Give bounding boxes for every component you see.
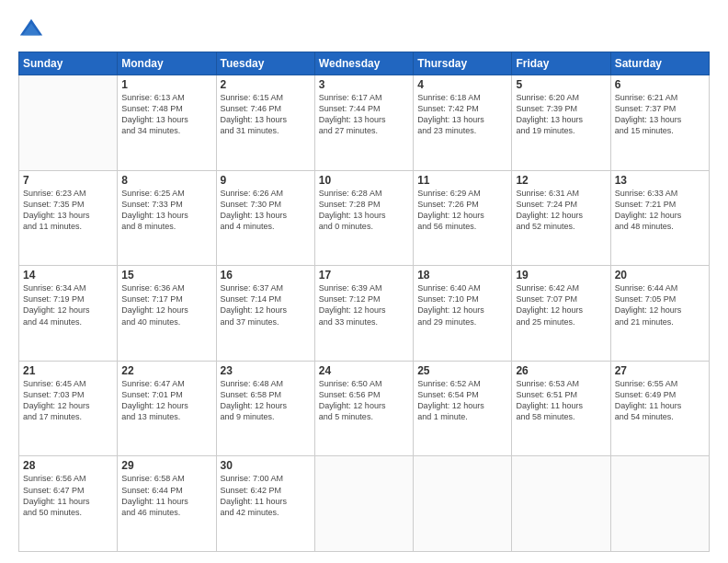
day-info: Sunrise: 6:23 AM Sunset: 7:35 PM Dayligh…	[23, 188, 113, 233]
calendar-cell: 25Sunrise: 6:52 AM Sunset: 6:54 PM Dayli…	[414, 361, 512, 456]
day-number: 30	[221, 459, 311, 472]
day-number: 15	[121, 269, 211, 282]
calendar-cell: 23Sunrise: 6:48 AM Sunset: 6:58 PM Dayli…	[216, 361, 314, 456]
day-info: Sunrise: 6:50 AM Sunset: 6:56 PM Dayligh…	[319, 378, 409, 423]
weekday-header-row: SundayMondayTuesdayWednesdayThursdayFrid…	[19, 52, 710, 75]
calendar-cell: 16Sunrise: 6:37 AM Sunset: 7:14 PM Dayli…	[216, 266, 314, 362]
calendar-cell: 20Sunrise: 6:44 AM Sunset: 7:05 PM Dayli…	[610, 266, 709, 362]
day-info: Sunrise: 6:20 AM Sunset: 7:39 PM Dayligh…	[516, 92, 606, 137]
weekday-header-monday: Monday	[118, 52, 216, 75]
day-number: 1	[121, 78, 211, 91]
day-info: Sunrise: 7:00 AM Sunset: 6:42 PM Dayligh…	[221, 473, 311, 518]
day-number: 16	[221, 269, 311, 282]
day-number: 19	[516, 269, 606, 282]
calendar-cell: 22Sunrise: 6:47 AM Sunset: 7:01 PM Dayli…	[118, 361, 216, 456]
header	[18, 17, 710, 42]
calendar-cell: 7Sunrise: 6:23 AM Sunset: 7:35 PM Daylig…	[19, 170, 118, 266]
day-info: Sunrise: 6:17 AM Sunset: 7:44 PM Dayligh…	[319, 92, 409, 137]
day-number: 29	[121, 459, 211, 472]
calendar-cell: 2Sunrise: 6:15 AM Sunset: 7:46 PM Daylig…	[216, 75, 314, 171]
day-number: 22	[121, 364, 211, 377]
calendar-cell: 26Sunrise: 6:53 AM Sunset: 6:51 PM Dayli…	[512, 361, 610, 456]
day-number: 7	[23, 174, 113, 187]
day-info: Sunrise: 6:15 AM Sunset: 7:46 PM Dayligh…	[221, 92, 311, 137]
calendar-cell: 29Sunrise: 6:58 AM Sunset: 6:44 PM Dayli…	[118, 456, 216, 552]
calendar-cell: 19Sunrise: 6:42 AM Sunset: 7:07 PM Dayli…	[512, 266, 610, 362]
day-number: 5	[516, 78, 606, 91]
day-number: 4	[417, 78, 507, 91]
calendar-cell: 13Sunrise: 6:33 AM Sunset: 7:21 PM Dayli…	[610, 170, 709, 266]
day-number: 6	[615, 78, 705, 91]
day-number: 27	[615, 364, 705, 377]
day-info: Sunrise: 6:40 AM Sunset: 7:10 PM Dayligh…	[417, 282, 507, 327]
day-number: 11	[417, 174, 507, 187]
calendar-cell: 15Sunrise: 6:36 AM Sunset: 7:17 PM Dayli…	[118, 266, 216, 362]
logo	[18, 17, 48, 42]
day-number: 3	[319, 78, 409, 91]
calendar-cell	[314, 456, 413, 552]
day-number: 23	[221, 364, 311, 377]
calendar-week-row: 7Sunrise: 6:23 AM Sunset: 7:35 PM Daylig…	[19, 170, 710, 266]
weekday-header-thursday: Thursday	[414, 52, 512, 75]
calendar-cell: 3Sunrise: 6:17 AM Sunset: 7:44 PM Daylig…	[314, 75, 413, 171]
day-info: Sunrise: 6:28 AM Sunset: 7:28 PM Dayligh…	[319, 188, 409, 233]
day-info: Sunrise: 6:56 AM Sunset: 6:47 PM Dayligh…	[23, 473, 113, 518]
day-info: Sunrise: 6:53 AM Sunset: 6:51 PM Dayligh…	[516, 378, 606, 423]
calendar-cell: 11Sunrise: 6:29 AM Sunset: 7:26 PM Dayli…	[414, 170, 512, 266]
calendar-cell: 9Sunrise: 6:26 AM Sunset: 7:30 PM Daylig…	[216, 170, 314, 266]
day-number: 12	[516, 174, 606, 187]
calendar-cell: 24Sunrise: 6:50 AM Sunset: 6:56 PM Dayli…	[314, 361, 413, 456]
day-number: 10	[319, 174, 409, 187]
calendar-cell	[19, 75, 118, 171]
day-number: 21	[23, 364, 113, 377]
calendar-cell: 27Sunrise: 6:55 AM Sunset: 6:49 PM Dayli…	[610, 361, 709, 456]
calendar-table: SundayMondayTuesdayWednesdayThursdayFrid…	[18, 52, 710, 552]
day-info: Sunrise: 6:21 AM Sunset: 7:37 PM Dayligh…	[615, 92, 705, 137]
calendar-cell: 5Sunrise: 6:20 AM Sunset: 7:39 PM Daylig…	[512, 75, 610, 171]
day-number: 20	[615, 269, 705, 282]
calendar-week-row: 28Sunrise: 6:56 AM Sunset: 6:47 PM Dayli…	[19, 456, 710, 552]
day-number: 25	[417, 364, 507, 377]
day-info: Sunrise: 6:44 AM Sunset: 7:05 PM Dayligh…	[615, 282, 705, 327]
day-number: 9	[221, 174, 311, 187]
page: SundayMondayTuesdayWednesdayThursdayFrid…	[0, 0, 728, 563]
logo-icon	[18, 17, 44, 42]
calendar-week-row: 1Sunrise: 6:13 AM Sunset: 7:48 PM Daylig…	[19, 75, 710, 171]
calendar-cell	[610, 456, 709, 552]
calendar-cell: 1Sunrise: 6:13 AM Sunset: 7:48 PM Daylig…	[118, 75, 216, 171]
weekday-header-saturday: Saturday	[610, 52, 709, 75]
day-number: 24	[319, 364, 409, 377]
day-info: Sunrise: 6:52 AM Sunset: 6:54 PM Dayligh…	[417, 378, 507, 423]
calendar-cell: 18Sunrise: 6:40 AM Sunset: 7:10 PM Dayli…	[414, 266, 512, 362]
calendar-cell: 8Sunrise: 6:25 AM Sunset: 7:33 PM Daylig…	[118, 170, 216, 266]
calendar-cell: 12Sunrise: 6:31 AM Sunset: 7:24 PM Dayli…	[512, 170, 610, 266]
calendar-cell: 30Sunrise: 7:00 AM Sunset: 6:42 PM Dayli…	[216, 456, 314, 552]
day-info: Sunrise: 6:34 AM Sunset: 7:19 PM Dayligh…	[23, 282, 113, 327]
day-number: 18	[417, 269, 507, 282]
day-info: Sunrise: 6:33 AM Sunset: 7:21 PM Dayligh…	[615, 188, 705, 233]
day-number: 8	[121, 174, 211, 187]
day-info: Sunrise: 6:47 AM Sunset: 7:01 PM Dayligh…	[121, 378, 211, 423]
day-number: 17	[319, 269, 409, 282]
calendar-cell: 21Sunrise: 6:45 AM Sunset: 7:03 PM Dayli…	[19, 361, 118, 456]
day-info: Sunrise: 6:26 AM Sunset: 7:30 PM Dayligh…	[221, 188, 311, 233]
day-info: Sunrise: 6:48 AM Sunset: 6:58 PM Dayligh…	[221, 378, 311, 423]
day-info: Sunrise: 6:29 AM Sunset: 7:26 PM Dayligh…	[417, 188, 507, 233]
calendar-cell: 6Sunrise: 6:21 AM Sunset: 7:37 PM Daylig…	[610, 75, 709, 171]
day-info: Sunrise: 6:18 AM Sunset: 7:42 PM Dayligh…	[417, 92, 507, 137]
calendar-cell	[414, 456, 512, 552]
day-info: Sunrise: 6:42 AM Sunset: 7:07 PM Dayligh…	[516, 282, 606, 327]
day-info: Sunrise: 6:55 AM Sunset: 6:49 PM Dayligh…	[615, 378, 705, 423]
calendar-cell: 17Sunrise: 6:39 AM Sunset: 7:12 PM Dayli…	[314, 266, 413, 362]
day-number: 26	[516, 364, 606, 377]
calendar-cell: 4Sunrise: 6:18 AM Sunset: 7:42 PM Daylig…	[414, 75, 512, 171]
calendar-week-row: 14Sunrise: 6:34 AM Sunset: 7:19 PM Dayli…	[19, 266, 710, 362]
day-info: Sunrise: 6:37 AM Sunset: 7:14 PM Dayligh…	[221, 282, 311, 327]
day-number: 13	[615, 174, 705, 187]
calendar-week-row: 21Sunrise: 6:45 AM Sunset: 7:03 PM Dayli…	[19, 361, 710, 456]
day-info: Sunrise: 6:31 AM Sunset: 7:24 PM Dayligh…	[516, 188, 606, 233]
day-info: Sunrise: 6:25 AM Sunset: 7:33 PM Dayligh…	[121, 188, 211, 233]
calendar-cell: 10Sunrise: 6:28 AM Sunset: 7:28 PM Dayli…	[314, 170, 413, 266]
day-info: Sunrise: 6:36 AM Sunset: 7:17 PM Dayligh…	[121, 282, 211, 327]
weekday-header-sunday: Sunday	[19, 52, 118, 75]
